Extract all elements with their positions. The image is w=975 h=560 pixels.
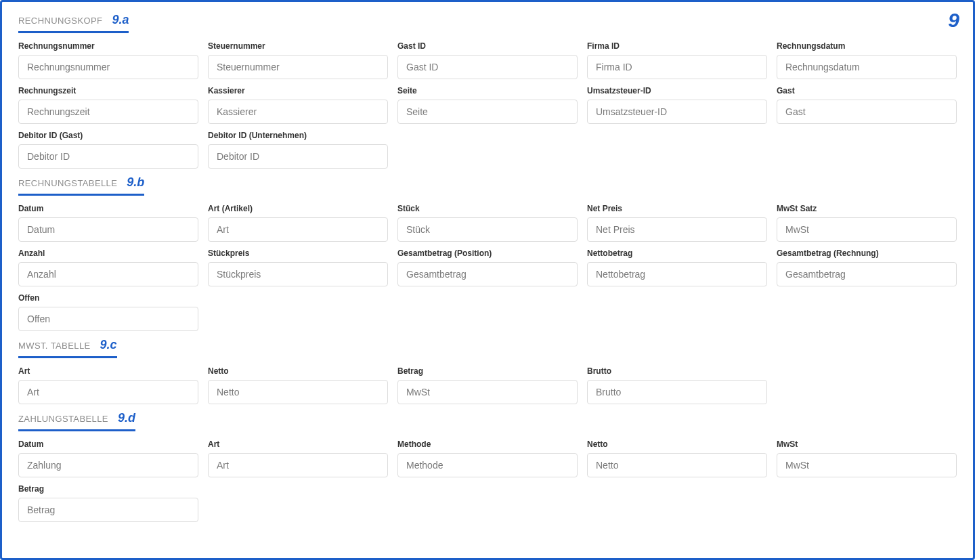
input-rechnungsnummer[interactable]	[18, 55, 198, 79]
input-stueckpreis[interactable]	[208, 262, 388, 286]
field-mwst-brutto: Brutto	[587, 362, 767, 404]
label-rechnungsnummer: Rechnungsnummer	[18, 41, 198, 51]
field-mwst-satz: MwSt Satz	[777, 200, 957, 242]
input-zahlung-datum[interactable]	[18, 453, 198, 477]
input-anzahl[interactable]	[18, 262, 198, 286]
field-zahlung-datum: Datum	[18, 435, 198, 477]
field-datum: Datum	[18, 200, 198, 242]
label-datum: Datum	[18, 204, 198, 213]
field-firmaid: Firma ID	[587, 37, 767, 79]
field-zahlung-methode: Methode	[397, 435, 578, 477]
field-mwst-art: Art	[18, 362, 198, 404]
field-mwst-betrag: Betrag	[397, 362, 578, 404]
input-stueck[interactable]	[397, 217, 578, 242]
section-number: 9.c	[100, 338, 117, 352]
section-mwst: MWST. TABELLE 9.c Art Netto Betrag Brutt…	[18, 338, 957, 404]
grid-zahlung: Datum Art Methode Netto MwSt Betrag	[18, 435, 957, 522]
input-zahlung-netto[interactable]	[587, 453, 767, 477]
field-debitor-gast: Debitor ID (Gast)	[18, 127, 198, 169]
field-zahlung-mwst: MwSt	[777, 435, 957, 477]
label-gesamt-rechnung: Gesamtbetrag (Rechnung)	[777, 249, 957, 258]
input-art-artikel[interactable]	[208, 217, 388, 242]
input-offen[interactable]	[18, 307, 198, 331]
input-debitor-unternehmen[interactable]	[208, 144, 388, 169]
label-netpreis: Net Preis	[587, 204, 767, 213]
input-kassierer[interactable]	[208, 100, 388, 124]
section-title: RECHNUNGSKOPF	[18, 16, 102, 26]
label-zahlung-netto: Netto	[587, 439, 767, 449]
field-stueck: Stück	[397, 200, 578, 242]
label-offen: Offen	[18, 293, 198, 303]
input-gesamt-pos[interactable]	[397, 262, 578, 286]
input-nettobetrag[interactable]	[587, 262, 767, 286]
field-debitor-unternehmen: Debitor ID (Unternehmen)	[208, 127, 388, 169]
section-header-mwst: MWST. TABELLE 9.c	[18, 338, 117, 358]
field-kassierer: Kassierer	[208, 82, 388, 124]
label-mwst-brutto: Brutto	[587, 366, 767, 376]
field-zahlung-betrag: Betrag	[18, 480, 198, 522]
form-container: 9 RECHNUNGSKOPF 9.a Rechnungsnummer Steu…	[0, 0, 975, 560]
label-zahlung-art: Art	[208, 439, 388, 449]
label-steuernummer: Steuernummer	[208, 41, 388, 51]
label-ustid: Umsatzsteuer-ID	[587, 86, 767, 95]
label-mwst-netto: Netto	[208, 366, 388, 376]
label-gesamt-pos: Gesamtbetrag (Position)	[397, 249, 578, 258]
input-debitor-gast[interactable]	[18, 144, 198, 169]
field-gesamt-pos: Gesamtbetrag (Position)	[397, 244, 578, 286]
section-header-rechnungskopf: RECHNUNGSKOPF 9.a	[18, 13, 129, 33]
section-number: 9.a	[112, 13, 129, 27]
input-rechnungszeit[interactable]	[18, 100, 198, 124]
input-datum[interactable]	[18, 217, 198, 242]
field-gast: Gast	[777, 82, 957, 124]
grid-rechnungstabelle: Datum Art (Artikel) Stück Net Preis MwSt…	[18, 200, 957, 331]
field-netpreis: Net Preis	[587, 200, 767, 242]
section-zahlung: ZAHLUNGSTABELLE 9.d Datum Art Methode Ne…	[18, 411, 957, 522]
field-ustid: Umsatzsteuer-ID	[587, 82, 767, 124]
input-zahlung-art[interactable]	[208, 453, 388, 477]
section-title: ZAHLUNGSTABELLE	[18, 414, 108, 424]
section-rechnungskopf: RECHNUNGSKOPF 9.a Rechnungsnummer Steuer…	[18, 13, 957, 169]
field-offen: Offen	[18, 289, 198, 331]
input-mwst-art[interactable]	[18, 380, 198, 404]
input-steuernummer[interactable]	[208, 55, 388, 79]
label-zahlung-datum: Datum	[18, 439, 198, 449]
label-zahlung-methode: Methode	[397, 439, 578, 449]
field-gastid: Gast ID	[397, 37, 578, 79]
input-gastid[interactable]	[397, 55, 578, 79]
input-zahlung-mwst[interactable]	[777, 453, 957, 477]
field-rechnungsnummer: Rechnungsnummer	[18, 37, 198, 79]
input-zahlung-betrag[interactable]	[18, 498, 198, 522]
label-firmaid: Firma ID	[587, 41, 767, 51]
input-zahlung-methode[interactable]	[397, 453, 578, 477]
input-ustid[interactable]	[587, 100, 767, 124]
label-mwst-satz: MwSt Satz	[777, 204, 957, 213]
section-header-zahlung: ZAHLUNGSTABELLE 9.d	[18, 411, 135, 431]
input-gast[interactable]	[777, 100, 957, 124]
field-art-artikel: Art (Artikel)	[208, 200, 388, 242]
input-gesamt-rechnung[interactable]	[777, 262, 957, 286]
section-number: 9.b	[127, 175, 144, 190]
step-badge: 9	[944, 9, 963, 32]
field-gesamt-rechnung: Gesamtbetrag (Rechnung)	[777, 244, 957, 286]
label-stueckpreis: Stückpreis	[208, 249, 388, 258]
input-mwst-brutto[interactable]	[587, 380, 767, 404]
input-firmaid[interactable]	[587, 55, 767, 79]
field-seite: Seite	[397, 82, 578, 124]
label-debitor-unternehmen: Debitor ID (Unternehmen)	[208, 131, 388, 140]
input-mwst-betrag[interactable]	[397, 380, 578, 404]
label-zahlung-mwst: MwSt	[777, 439, 957, 449]
section-number: 9.d	[118, 411, 135, 425]
label-mwst-art: Art	[18, 366, 198, 376]
grid-rechnungskopf: Rechnungsnummer Steuernummer Gast ID Fir…	[18, 37, 957, 169]
input-seite[interactable]	[397, 100, 578, 124]
input-netpreis[interactable]	[587, 217, 767, 242]
label-rechnungsdatum: Rechnungsdatum	[777, 41, 957, 51]
input-rechnungsdatum[interactable]	[777, 55, 957, 79]
label-kassierer: Kassierer	[208, 86, 388, 95]
label-nettobetrag: Nettobetrag	[587, 249, 767, 258]
field-stueckpreis: Stückpreis	[208, 244, 388, 286]
label-seite: Seite	[397, 86, 578, 95]
field-nettobetrag: Nettobetrag	[587, 244, 767, 286]
input-mwst-netto[interactable]	[208, 380, 388, 404]
input-mwst-satz[interactable]	[777, 217, 957, 242]
